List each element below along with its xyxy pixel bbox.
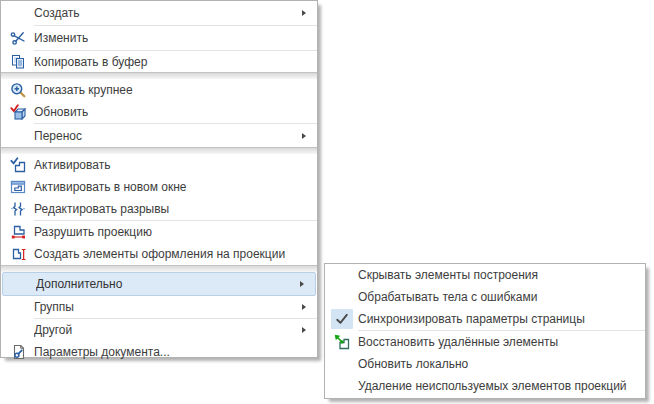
menu-item-label: Перенос (34, 129, 302, 143)
menu-item-label: Обновить (34, 105, 317, 119)
menu-item-zoom-in[interactable]: Показать крупнее (1, 79, 317, 101)
submenu-arrow-icon (302, 133, 306, 139)
submenu-item-hide-construction-elements[interactable]: Скрывать элементы построения (325, 264, 645, 286)
menu-item-label: Восстановить удалённые элементы (358, 335, 645, 349)
menu-item-edit[interactable]: Изменить (1, 26, 317, 50)
menu-item-label: Копировать в буфер (34, 55, 317, 69)
menu-item-label: Показать крупнее (34, 83, 317, 97)
copy-icon (1, 54, 34, 70)
menu-item-label: Параметры документа... (34, 345, 317, 359)
submenu-additional: Скрывать элементы построения Обрабатыват… (324, 263, 646, 399)
decor-elements-icon (1, 246, 34, 262)
menu-item-edit-breaks[interactable]: Редактировать разрывы (1, 198, 317, 220)
submenu-arrow-icon (302, 327, 306, 333)
menu-item-label: Скрывать элементы построения (358, 268, 645, 282)
submenu-item-process-bodies-with-errors[interactable]: Обрабатывать тела с ошибками (325, 286, 645, 308)
group-separator (1, 147, 317, 154)
zoom-in-icon (1, 82, 34, 98)
menu-item-label: Дополнительно (36, 277, 300, 291)
submenu-item-delete-unused-projection-elements[interactable]: Удаление неиспользуемых элементов проекц… (325, 375, 645, 397)
checkmark-icon (325, 309, 358, 329)
menu-item-label: Разрушить проекцию (34, 225, 317, 239)
menu-item-other[interactable]: Другой (1, 319, 317, 341)
submenu-item-restore-deleted-elements[interactable]: Восстановить удалённые элементы (325, 331, 645, 353)
scissors-icon (1, 30, 34, 46)
menu-item-move[interactable]: Перенос (1, 124, 317, 147)
menu-item-label: Обновить локально (358, 357, 645, 371)
menu-item-label: Группы (34, 300, 302, 314)
menu-item-destroy-projection[interactable]: Разрушить проекцию (1, 221, 317, 243)
submenu-arrow-icon (302, 304, 306, 310)
edit-breaks-icon (1, 201, 34, 217)
menu-item-groups[interactable]: Группы (1, 296, 317, 318)
destroy-projection-icon (1, 224, 34, 240)
menu-item-document-params[interactable]: Параметры документа... (1, 341, 317, 362)
submenu-arrow-icon (302, 10, 306, 16)
group-separator (1, 72, 317, 79)
menu-item-refresh[interactable]: Обновить (1, 101, 317, 123)
menu-item-label: Изменить (34, 31, 317, 45)
group-separator (1, 265, 317, 272)
menu-item-label: Редактировать разрывы (34, 202, 317, 216)
restore-elements-icon (325, 334, 358, 350)
menu-item-additional[interactable]: Дополнительно (2, 272, 316, 296)
menu-item-activate-new-window[interactable]: Активировать в новом окне (1, 176, 317, 198)
refresh-cube-icon (1, 104, 34, 120)
menu-item-activate[interactable]: Активировать (1, 154, 317, 176)
menu-item-label: Активировать (34, 158, 317, 172)
menu-item-label: Активировать в новом окне (34, 180, 317, 194)
submenu-item-sync-page-params[interactable]: Синхронизировать параметры страницы (325, 308, 645, 330)
activate-new-window-icon (1, 179, 34, 195)
submenu-arrow-icon (300, 281, 304, 287)
menu-item-label: Обрабатывать тела с ошибками (358, 290, 645, 304)
menu-item-label: Удаление неиспользуемых элементов проекц… (358, 379, 645, 393)
menu-item-label: Создать элементы оформления на проекции (34, 247, 317, 261)
menu-item-label: Создать (34, 6, 302, 20)
menu-item-create-decor-elements[interactable]: Создать элементы оформления на проекции (1, 243, 317, 265)
submenu-item-update-locally[interactable]: Обновить локально (325, 353, 645, 375)
menu-item-label: Синхронизировать параметры страницы (358, 312, 645, 326)
menu-item-label: Другой (34, 323, 302, 337)
document-params-icon (1, 344, 34, 360)
activate-icon (1, 157, 34, 173)
menu-item-copy-to-clipboard[interactable]: Копировать в буфер (1, 51, 317, 72)
menu-item-create[interactable]: Создать (1, 1, 317, 25)
context-menu: Создать Изменить Копировать в буфер (0, 0, 318, 358)
checked-state-box (331, 309, 353, 329)
